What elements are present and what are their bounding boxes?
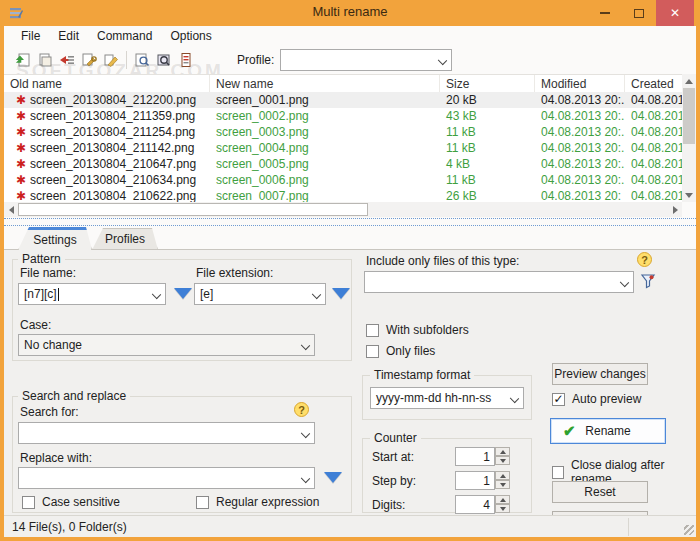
file-row[interactable]: ✱ screen_20130804_212200.png screen_0001… [4, 92, 682, 108]
horizontal-scrollbar[interactable] [4, 202, 682, 217]
case-sensitive-checkbox[interactable]: Case sensitive [22, 495, 120, 509]
search-for-combobox[interactable] [18, 422, 315, 444]
new-name: screen_0007.png [210, 188, 440, 202]
include-filter-label: Include only files of this type: [366, 254, 519, 268]
filter-icon[interactable] [640, 273, 656, 292]
created-date: 04.08.2013 2 [625, 156, 682, 172]
vertical-scrollbar[interactable] [682, 74, 696, 202]
spin-down-icon[interactable] [495, 456, 510, 465]
start-at-label: Start at: [372, 450, 414, 464]
timestamp-format-combobox[interactable]: yyyy-mm-dd hh-nn-ss [370, 387, 524, 409]
only-files-label: Only files [386, 344, 435, 358]
file-name-pattern-menu-icon[interactable] [174, 288, 192, 299]
auto-preview-checkbox[interactable]: ✓ Auto preview [552, 392, 641, 406]
created-date: 04.08.2013 2 [625, 140, 682, 156]
menu-file[interactable]: File [12, 27, 49, 45]
toolbar-separator [126, 51, 127, 69]
tab-profiles[interactable]: Profiles [92, 228, 158, 250]
menu-options[interactable]: Options [161, 27, 220, 45]
file-row[interactable]: ✱ screen_20130804_211254.png screen_0003… [4, 124, 682, 140]
digits-spinner[interactable]: 4 [455, 495, 510, 514]
chevron-down-icon [620, 278, 629, 287]
modified-date: 04.08.2013 20:... [535, 124, 625, 140]
scroll-left-button[interactable] [4, 202, 18, 217]
chevron-down-icon [301, 341, 310, 350]
load-list-icon[interactable] [12, 49, 34, 71]
file-name-value: [n7][c] [24, 287, 57, 301]
remove-entry-icon[interactable] [56, 49, 78, 71]
modified-date: 04.08.2013 20: [535, 188, 625, 202]
arrow-down-icon [685, 193, 693, 198]
file-row[interactable]: ✱ screen_20130804_210634.png screen_0006… [4, 172, 682, 188]
spin-up-icon[interactable] [495, 447, 510, 456]
file-extension-value: [e] [200, 287, 213, 301]
file-row[interactable]: ✱ screen_20130804_211142.png screen_0004… [4, 140, 682, 156]
scroll-down-button[interactable] [682, 188, 696, 202]
created-date: 04.08.2013 2 [625, 92, 682, 108]
file-extension-combobox[interactable]: [e] [194, 283, 326, 305]
maximize-icon [634, 9, 644, 18]
column-modified[interactable]: Modified [535, 75, 625, 93]
file-extension-pattern-menu-icon[interactable] [332, 288, 350, 299]
file-size: 11 kB [440, 172, 535, 188]
regular-expression-checkbox[interactable]: Regular expression [196, 495, 319, 509]
checkbox-checked-icon: ✓ [552, 393, 565, 406]
with-subfolders-checkbox[interactable]: With subfolders [366, 323, 469, 337]
close-button[interactable]: ✕ [656, 0, 694, 26]
preview-changes-button[interactable]: Preview changes [552, 363, 648, 385]
column-size[interactable]: Size [440, 75, 535, 93]
spin-down-icon[interactable] [495, 480, 510, 489]
tab-settings[interactable]: Settings [18, 227, 92, 250]
timestamp-format-value: yyyy-mm-dd hh-nn-ss [376, 391, 491, 405]
column-new-name[interactable]: New name [210, 75, 440, 93]
splitter-handle[interactable] [4, 218, 696, 226]
file-row[interactable]: ✱ screen_20130804_211359.png screen_0002… [4, 108, 682, 124]
only-files-checkbox[interactable]: Only files [366, 344, 435, 358]
save-list-icon[interactable] [34, 49, 56, 71]
include-filter-help-icon[interactable]: ? [637, 252, 652, 267]
rename-label: Rename [585, 424, 630, 438]
auto-preview-label: Auto preview [572, 392, 641, 406]
chevron-down-icon [438, 55, 447, 64]
file-list: ✱ screen_20130804_212200.png screen_0001… [4, 92, 682, 202]
step-by-spinner[interactable]: 1 [455, 471, 510, 490]
file-row[interactable]: ✱ screen_20130804_210647.png screen_0005… [4, 156, 682, 172]
menu-edit[interactable]: Edit [49, 27, 88, 45]
minimize-button[interactable] [588, 0, 622, 26]
spin-down-icon[interactable] [495, 504, 510, 513]
case-combobox[interactable]: No change [18, 334, 315, 356]
spin-up-icon[interactable] [495, 471, 510, 480]
log-icon[interactable] [175, 49, 197, 71]
file-name-combobox[interactable]: [n7][c] [18, 283, 166, 305]
rename-tool-icon[interactable] [78, 49, 100, 71]
resize-grip[interactable] [684, 525, 694, 535]
menu-bar: File Edit Command Options [4, 26, 696, 46]
modified-date: 04.08.2013 20:... [535, 140, 625, 156]
menu-command[interactable]: Command [88, 27, 161, 45]
maximize-button[interactable] [622, 0, 656, 26]
rename-button[interactable]: ✔ Rename [550, 418, 666, 444]
replace-with-combobox[interactable] [18, 467, 315, 489]
file-row[interactable]: ✱ screen_20130804_210622.png screen_0007… [4, 188, 682, 202]
column-old-name[interactable]: Old name [4, 75, 210, 93]
scroll-up-button[interactable] [682, 74, 696, 88]
spin-up-icon[interactable] [495, 495, 510, 504]
include-filter-combobox[interactable] [364, 271, 634, 293]
start-at-spinner[interactable]: 1 [455, 447, 510, 466]
new-name: screen_0004.png [210, 140, 440, 156]
old-name: screen_20130804_212200.png [4, 92, 210, 108]
edit-tool-icon[interactable] [100, 49, 122, 71]
preview-document-icon[interactable] [131, 49, 153, 71]
dialog-client-area: File Edit Command Options [4, 26, 696, 537]
file-list-header: Old name New name Size Modified Created [4, 74, 682, 92]
vertical-scroll-thumb[interactable] [683, 88, 695, 144]
scroll-right-button[interactable] [668, 202, 682, 217]
timestamp-group-label: Timestamp format [370, 368, 474, 382]
horizontal-scroll-thumb[interactable] [18, 203, 368, 216]
replace-menu-icon[interactable] [324, 472, 342, 483]
reset-button[interactable]: Reset [552, 481, 648, 503]
search-document-icon[interactable] [153, 49, 175, 71]
profile-combobox[interactable] [280, 49, 452, 71]
column-created[interactable]: Created [625, 75, 682, 93]
search-help-icon[interactable]: ? [294, 402, 309, 417]
